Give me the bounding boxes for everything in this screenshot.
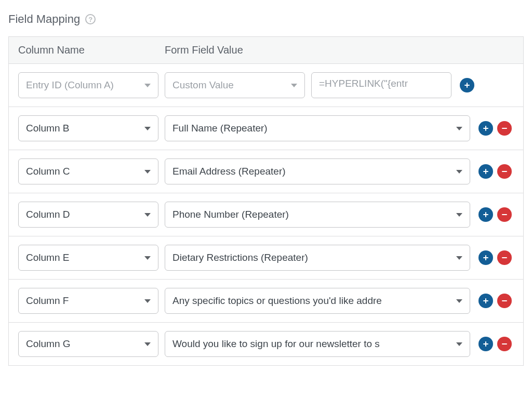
add-row-button[interactable] [478, 337, 493, 351]
form-field-select[interactable]: Any specific topics or questions you'd l… [165, 288, 470, 314]
custom-value-input[interactable]: =HYPERLINK("{entr [311, 72, 451, 98]
column-name-select[interactable]: Column C [18, 158, 158, 184]
header-column-name: Column Name [18, 44, 165, 56]
plus-icon [463, 81, 471, 89]
column-name-value: Column E [26, 252, 144, 263]
column-name-select[interactable]: Column F [18, 288, 158, 314]
minus-icon [500, 254, 509, 262]
column-name-value: Entry ID (Column A) [26, 79, 144, 91]
svg-rect-10 [502, 171, 507, 172]
header-form-field-value: Form Field Value [165, 44, 514, 56]
svg-rect-2 [464, 85, 470, 86]
custom-value-text: =HYPERLINK("{entr [319, 78, 408, 89]
form-field-value: Full Name (Repeater) [172, 123, 456, 134]
help-icon[interactable]: ? [85, 14, 96, 24]
remove-row-button[interactable] [497, 207, 512, 222]
svg-rect-17 [483, 257, 488, 258]
form-field-value: Custom Value [172, 79, 291, 91]
plus-icon [482, 297, 490, 305]
form-field-value: Dietary Restrictions (Repeater) [172, 252, 456, 263]
plus-icon [482, 124, 490, 132]
form-field-select[interactable]: Would you like to sign up for our newsle… [165, 331, 470, 357]
column-name-select[interactable]: Column E [18, 245, 158, 271]
minus-icon [500, 340, 509, 348]
svg-rect-14 [502, 214, 507, 215]
mapping-row: Column FAny specific topics or questions… [9, 280, 523, 323]
form-field-select[interactable]: Custom Value [165, 72, 305, 98]
mapping-row: Column BFull Name (Repeater) [9, 107, 523, 150]
add-row-button[interactable] [478, 250, 493, 265]
add-row-button[interactable] [478, 294, 493, 308]
svg-rect-25 [483, 343, 488, 344]
svg-rect-26 [502, 343, 507, 344]
chevron-down-icon [291, 84, 297, 87]
chevron-down-icon [456, 299, 462, 303]
mapping-row: Column EDietary Restrictions (Repeater) [9, 236, 523, 280]
chevron-down-icon [144, 299, 151, 303]
svg-rect-21 [483, 300, 488, 301]
form-field-select[interactable]: Full Name (Repeater) [165, 115, 470, 141]
row-actions [476, 207, 514, 222]
remove-row-button[interactable] [497, 337, 512, 351]
svg-rect-5 [483, 128, 488, 129]
mapping-row: Entry ID (Column A)Custom Value=HYPERLIN… [9, 64, 523, 107]
column-name-value: Column G [26, 338, 144, 350]
chevron-down-icon [144, 127, 151, 130]
column-name-select[interactable]: Column G [18, 331, 158, 357]
add-row-button[interactable] [478, 207, 493, 222]
form-field-value: Any specific topics or questions you'd l… [172, 295, 456, 307]
remove-row-button[interactable] [497, 121, 512, 136]
row-actions [476, 121, 514, 136]
row-actions [476, 337, 514, 351]
column-name-value: Column B [26, 123, 144, 134]
plus-icon [482, 210, 490, 219]
svg-rect-22 [502, 300, 507, 301]
row-actions [458, 78, 495, 92]
plus-icon [482, 340, 490, 348]
minus-icon [500, 167, 509, 176]
column-name-select[interactable]: Column D [18, 202, 158, 228]
chevron-down-icon [144, 342, 151, 346]
remove-row-button[interactable] [497, 164, 512, 179]
minus-icon [500, 124, 509, 132]
chevron-down-icon [456, 127, 462, 130]
column-name-value: Column C [26, 166, 144, 177]
svg-rect-13 [483, 214, 488, 215]
chevron-down-icon [456, 256, 462, 260]
remove-row-button[interactable] [497, 294, 512, 308]
add-row-button[interactable] [478, 121, 493, 136]
add-row-button[interactable] [460, 78, 474, 92]
form-field-select[interactable]: Email Address (Repeater) [165, 158, 470, 184]
section-title: Field Mapping [8, 12, 80, 26]
plus-icon [482, 167, 490, 176]
chevron-down-icon [144, 213, 151, 217]
chevron-down-icon [456, 213, 462, 217]
form-field-value: Would you like to sign up for our newsle… [172, 338, 456, 350]
remove-row-button[interactable] [497, 250, 512, 265]
form-field-value: Email Address (Repeater) [172, 166, 456, 177]
minus-icon [500, 210, 509, 219]
mapping-row: Column GWould you like to sign up for ou… [9, 323, 523, 365]
form-field-select[interactable]: Phone Number (Repeater) [165, 202, 470, 228]
svg-rect-6 [502, 128, 507, 129]
table-header: Column Name Form Field Value [9, 37, 523, 64]
column-name-value: Column D [26, 209, 144, 220]
row-actions [476, 250, 514, 265]
form-field-value: Phone Number (Repeater) [172, 209, 456, 220]
chevron-down-icon [144, 170, 151, 174]
add-row-button[interactable] [478, 164, 493, 179]
svg-rect-9 [483, 171, 488, 172]
column-name-select[interactable]: Column B [18, 115, 158, 141]
chevron-down-icon [456, 342, 462, 346]
mapping-row: Column CEmail Address (Repeater) [9, 150, 523, 193]
chevron-down-icon [144, 256, 151, 260]
row-actions [476, 164, 514, 179]
chevron-down-icon [456, 170, 462, 174]
minus-icon [500, 297, 509, 305]
plus-icon [482, 254, 490, 262]
chevron-down-icon [144, 84, 151, 87]
mapping-row: Column DPhone Number (Repeater) [9, 193, 523, 236]
form-field-select[interactable]: Dietary Restrictions (Repeater) [165, 245, 470, 271]
svg-rect-18 [502, 257, 507, 258]
column-name-select[interactable]: Entry ID (Column A) [18, 72, 158, 98]
